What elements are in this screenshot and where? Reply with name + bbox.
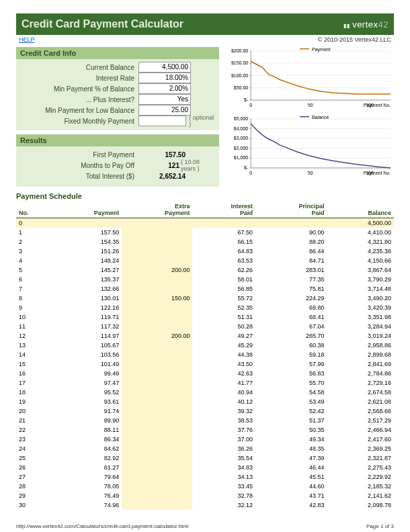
table-row: 10119.7151.3168.413,351.98	[16, 312, 394, 322]
input-rate[interactable]: 18.00%	[138, 73, 191, 83]
label-plusint: ... Plus Interest?	[20, 96, 138, 103]
svg-text:$5,000: $5,000	[233, 116, 248, 121]
table-row: 7132.6656.8575.813,714.48	[16, 284, 394, 294]
svg-text:$3,000: $3,000	[233, 136, 248, 140]
header-bar: Credit Card Payment Calculator ▮▮ vertex…	[16, 13, 394, 35]
table-row: 2189.9038.5351.372,517.29	[16, 416, 394, 425]
table-row: 1157.5067.5090.004,410.00	[16, 228, 394, 237]
table-row: 8130.01150.0055.72224.293,490.20	[16, 294, 394, 303]
label-minlow: Min Payment for Low Balance	[20, 107, 138, 114]
label-rate: Interest Rate	[20, 75, 138, 82]
col-payment: Payment	[51, 202, 122, 218]
table-row: 2582.9235.5447.392,321.87	[16, 453, 394, 463]
schedule-title: Payment Schedule	[16, 192, 394, 200]
table-row: 2288.1137.7650.352,466.94	[16, 425, 394, 435]
svg-text:50: 50	[307, 171, 313, 175]
table-row: 1993.6140.1253.492,621.08	[16, 397, 394, 406]
svg-text:$-: $-	[244, 97, 249, 102]
svg-rect-46	[300, 116, 309, 118]
svg-text:Payment No.: Payment No.	[363, 103, 391, 108]
svg-text:Payment: Payment	[312, 47, 331, 52]
optional-text: ( optional )	[186, 114, 214, 128]
label-months: Months to Pay Off	[20, 162, 138, 169]
input-minpct[interactable]: 2.00%	[138, 83, 191, 94]
col-interest: InterestPaid	[192, 202, 255, 218]
payment-schedule-table: No. Payment ExtraPayment InterestPaid Pr…	[16, 202, 394, 510]
table-row: 3074.9632.1242.832,098.78	[16, 500, 394, 510]
table-row: 2154.3566.1588.204,321.80	[16, 237, 394, 247]
table-row: 11117.3250.2867.043,284.94	[16, 322, 394, 331]
value-total-interest: 2,652.14	[138, 173, 186, 180]
table-row: 13105.6745.2960.382,958.86	[16, 341, 394, 350]
table-row: 12114.97200.0049.27265.703,019.24	[16, 331, 394, 341]
table-row: 2681.2734.8346.442,275.43	[16, 463, 394, 472]
svg-text:0: 0	[249, 103, 252, 107]
page-title: Credit Card Payment Calculator	[22, 18, 183, 30]
svg-text:$100.00: $100.00	[231, 73, 247, 78]
balance-chart: $-$1,000$2,000$3,000$4,000$5,000050100 B…	[224, 115, 394, 179]
label-balance: Current Balance	[20, 64, 138, 71]
table-row: 2484.6236.2648.352,369.25	[16, 444, 394, 453]
svg-rect-20	[300, 48, 309, 50]
table-row: 04,500.00	[16, 218, 394, 228]
info-section-head: Credit Card Info	[16, 47, 219, 59]
svg-text:$-: $-	[244, 165, 249, 170]
svg-text:50: 50	[307, 103, 313, 107]
table-row: 1699.4642.6356.832,784.86	[16, 369, 394, 378]
table-row: 14103.5644.3859.182,899.68	[16, 350, 394, 359]
col-principal: PrincipalPaid	[255, 202, 327, 218]
results-section-head: Results	[16, 134, 219, 146]
help-link[interactable]: HELP	[19, 36, 35, 43]
results-block: First Payment157.50 Months to Pay Off121…	[16, 146, 219, 187]
col-no: No.	[16, 202, 51, 218]
input-minlow[interactable]: 25.00	[138, 105, 191, 116]
table-row: 4148.2463.5384.714,150.66	[16, 256, 394, 265]
credit-card-info: Current Balance4,500.00 Interest Rate18.…	[16, 59, 219, 130]
footer-page: Page 1 of 3	[366, 523, 394, 529]
table-row: 15101.4943.5057.992,841.69	[16, 359, 394, 369]
svg-text:Balance: Balance	[312, 115, 329, 120]
col-balance: Balance	[327, 202, 394, 218]
table-row: 2878.0533.4544.602,185.32	[16, 482, 394, 491]
svg-text:0: 0	[249, 171, 252, 175]
value-first-payment: 157.50	[138, 151, 186, 159]
label-first-payment: First Payment	[20, 151, 138, 159]
table-row: 1797.4741.7755.702,729.16	[16, 378, 394, 388]
svg-text:$4,000: $4,000	[233, 126, 248, 131]
col-extra: ExtraPayment	[122, 202, 192, 218]
svg-text:$200.00: $200.00	[231, 48, 247, 53]
label-total-interest: Total Interest ($)	[20, 173, 138, 180]
label-fixed: Fixed Monthly Payment	[20, 118, 138, 125]
footer: http://www.vertex42.com/Calculators/cred…	[16, 523, 394, 529]
input-balance[interactable]: 4,500.00	[138, 62, 191, 73]
table-row: 9122.1652.3569.803,420.39	[16, 303, 394, 312]
svg-text:$2,000: $2,000	[233, 146, 248, 150]
table-row: 2976.4932.7843.712,141.62	[16, 491, 394, 500]
payment-chart: $-$50.00$100.00$150.00$200.00050100 Paym…	[224, 47, 394, 111]
table-row: 5145.27200.0062.26283.013,867.64	[16, 265, 394, 275]
footer-url: http://www.vertex42.com/Calculators/cred…	[16, 523, 189, 529]
svg-text:$1,000: $1,000	[233, 155, 248, 160]
input-fixed[interactable]	[138, 116, 186, 126]
svg-text:$150.00: $150.00	[231, 60, 247, 65]
vertex42-logo: ▮▮ vertex42	[343, 19, 388, 30]
table-row: 3151.2664.8386.444,235.36	[16, 247, 394, 256]
table-row: 2779.6434.1345.512,229.92	[16, 472, 394, 482]
svg-text:$50.00: $50.00	[233, 85, 248, 90]
value-years: ( 10.08 years )	[179, 159, 215, 172]
table-row: 6135.3758.0177.353,790.29	[16, 275, 394, 284]
input-plusint[interactable]: Yes	[138, 94, 191, 105]
svg-text:Payment No.: Payment No.	[363, 171, 391, 176]
table-row: 2091.7439.3252.422,568.66	[16, 406, 394, 416]
value-months: 121	[138, 162, 179, 169]
table-row: 2386.3437.0049.342,417.60	[16, 435, 394, 444]
table-row: 1895.5240.9454.582,674.58	[16, 388, 394, 397]
copyright: © 2010-2015 Vertex42 LLC	[318, 36, 391, 43]
sub-header: HELP © 2010-2015 Vertex42 LLC	[16, 35, 394, 47]
label-minpct: Min Payment % of Balance	[20, 85, 138, 93]
